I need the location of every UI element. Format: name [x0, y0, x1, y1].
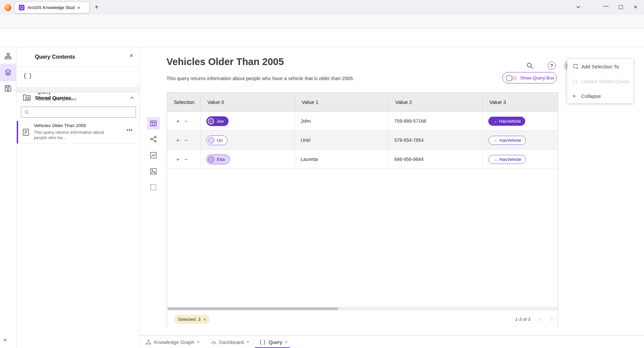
table-footer: Selected: 3 × 1-3 of 3 ‹ ›: [167, 310, 558, 328]
cell-value1: John: [295, 112, 389, 130]
tab-close-icon[interactable]: ×: [77, 5, 80, 10]
scrollbar-thumb[interactable]: [168, 307, 338, 310]
panel-close-icon[interactable]: ×: [130, 52, 133, 59]
folder-icon: [23, 94, 31, 101]
dashboard-icon: [211, 340, 216, 345]
horizontal-scrollbar[interactable]: [167, 307, 558, 310]
menu-item-add-selection-to[interactable]: Add Selection To: [567, 59, 633, 74]
entity-pill[interactable]: Uri: [206, 135, 228, 145]
search-icon: [24, 110, 29, 115]
add-to-selection-button[interactable]: +: [176, 137, 180, 143]
remove-from-selection-button[interactable]: −: [184, 157, 188, 162]
menu-item-label: Collapse: [581, 93, 601, 99]
cell-value2: 578-654-7854: [389, 131, 483, 150]
table-row[interactable]: + − Etta Lauretta 846-956-8644 →HasVehic…: [167, 150, 558, 169]
column-header[interactable]: Value 2: [389, 93, 483, 111]
table-view-button[interactable]: [147, 117, 160, 130]
tab-dashboard[interactable]: Dashboard ×: [211, 336, 249, 348]
entity-pill[interactable]: Joe: [206, 116, 229, 126]
list-tabs-chevron-icon[interactable]: [576, 5, 581, 9]
browser-tab[interactable]: ArcGIS Knowledge Studio ×: [15, 2, 89, 13]
section-separator: [16, 87, 140, 93]
next-page-button[interactable]: ›: [551, 315, 553, 323]
map-view-button[interactable]: [147, 165, 160, 178]
entity-pill[interactable]: Etta: [206, 155, 230, 164]
entity-avatar-icon: [208, 118, 214, 124]
braces-icon: { }: [260, 339, 266, 345]
menu-item-update-stored-query[interactable]: { } Update Stored Query: [567, 74, 633, 89]
relationship-pill[interactable]: →HasVehicle: [488, 155, 526, 164]
stored-queries-search[interactable]: [21, 107, 136, 118]
entity-avatar-icon: [208, 156, 214, 163]
relationship-pill[interactable]: →HasVehicle: [488, 117, 525, 126]
column-header[interactable]: Value 1: [295, 93, 389, 111]
add-selection-icon: [573, 63, 579, 69]
cell-value2: 759-889-57168: [389, 112, 483, 130]
new-tab-button[interactable]: +: [95, 3, 99, 11]
cell-value2: 846-956-8644: [389, 150, 483, 169]
stored-query-item[interactable]: Vehicles Older Than 2005 This query retu…: [16, 121, 140, 143]
firefox-logo-icon: [4, 4, 11, 11]
data-model-tree-icon[interactable]: [5, 53, 11, 60]
stored-queries-title: Stored Queries: [35, 95, 71, 101]
remove-from-selection-button[interactable]: −: [184, 118, 188, 124]
close-tab-icon[interactable]: ×: [197, 339, 200, 345]
add-to-selection-button[interactable]: +: [176, 118, 180, 124]
window-minimize-button[interactable]: —: [603, 3, 609, 9]
menu-item-label: Update Stored Query: [581, 78, 629, 84]
item-options-ellipsis-icon[interactable]: •••: [127, 127, 133, 133]
cell-value1: Uriel: [295, 131, 389, 150]
selection-tool-button[interactable]: [147, 181, 160, 194]
close-tab-icon[interactable]: ×: [285, 339, 288, 345]
add-to-selection-button[interactable]: +: [176, 157, 180, 162]
table-row[interactable]: + − Uri Uriel 578-654-7854 →HasVehicle: [167, 131, 558, 150]
braces-icon: { }: [24, 72, 33, 79]
query-results-table: Selection Value 0 Value 1 Value 2 Value …: [167, 92, 558, 328]
collapse-section-chevron-icon[interactable]: [130, 96, 134, 99]
entity-avatar-icon: [208, 137, 214, 143]
table-row[interactable]: + − Joe John 759-889-57168 →HasVehicle: [167, 112, 558, 131]
stored-query-title: Vehicles Older Than 2005: [34, 123, 86, 128]
chart-view-button[interactable]: [147, 149, 160, 162]
arrow-right-icon: →: [493, 138, 497, 143]
content-tab-bar: Knowledge Graph × Dashboard × { } Query …: [140, 336, 644, 348]
link-chart-view-button[interactable]: [147, 133, 160, 146]
window-maximize-button[interactable]: [619, 5, 623, 9]
tab-title: ArcGIS Knowledge Studio: [28, 5, 75, 10]
previous-page-button[interactable]: ‹: [540, 315, 542, 323]
browser-window: ArcGIS Knowledge Studio × + — × https: [0, 0, 644, 348]
menu-item-collapse[interactable]: » Collapse: [567, 89, 633, 103]
arrow-right-icon: →: [493, 157, 497, 162]
tab-knowledge-graph[interactable]: Knowledge Graph ×: [146, 336, 200, 348]
clear-selection-icon[interactable]: ×: [203, 317, 206, 322]
search-icon[interactable]: [526, 62, 534, 69]
help-icon[interactable]: ?: [548, 62, 556, 70]
close-tab-icon[interactable]: ×: [246, 339, 249, 345]
show-query-box-toggle[interactable]: Show Query Box: [502, 72, 557, 83]
browser-nav-bar: https://dev0028833.esri.com/portal/apps/…: [0, 15, 644, 28]
double-chevron-icon: »: [573, 93, 579, 99]
search-input[interactable]: [32, 110, 136, 115]
selection-context-menu: Add Selection To { } Update Stored Query…: [567, 59, 633, 103]
stored-query-doc-icon: [22, 129, 29, 136]
arrow-right-icon: →: [493, 119, 497, 124]
column-header[interactable]: Value 0: [201, 93, 295, 111]
column-header[interactable]: Selection: [167, 93, 201, 111]
app-header: Certification Project ? PL publisher2 la…: [0, 28, 644, 47]
panel-title: Query Contents: [35, 54, 75, 60]
save-icon[interactable]: [5, 85, 11, 92]
table-header-row: Selection Value 0 Value 1 Value 2 Value …: [167, 93, 558, 112]
query-result-description: This query returns information about peo…: [166, 76, 354, 81]
relationship-pill[interactable]: →HasVehicle: [488, 136, 526, 145]
query-item[interactable]: { } Query Create new queries: [16, 67, 140, 87]
layers-icon[interactable]: [5, 69, 11, 76]
column-header[interactable]: Value 3: [483, 93, 558, 111]
stored-query-desc-line2: people who ha...: [34, 135, 66, 140]
tab-query[interactable]: { } Query ×: [260, 336, 288, 348]
selected-count-chip[interactable]: Selected: 3 ×: [174, 315, 210, 324]
window-close-button[interactable]: ×: [634, 3, 637, 11]
knowledge-graph-icon: [146, 339, 151, 345]
stored-query-desc-line1: This query returns information about: [34, 130, 104, 135]
remove-from-selection-button[interactable]: −: [184, 137, 188, 143]
expand-panel-icon[interactable]: »: [3, 336, 7, 343]
